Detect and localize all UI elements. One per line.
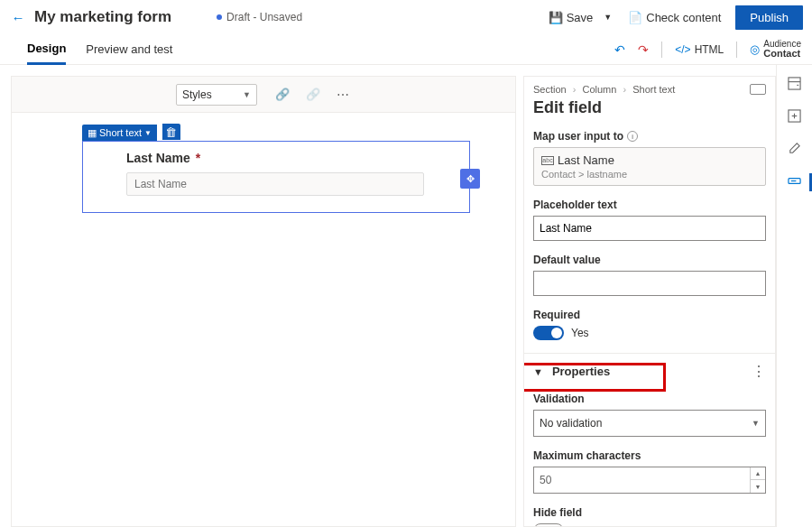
input-icon: ▦ — [88, 127, 97, 139]
placeholder-input[interactable] — [533, 216, 766, 241]
page-title: My marketing form — [34, 8, 171, 26]
responsive-icon[interactable] — [750, 84, 766, 95]
selected-field[interactable]: Last Name * ✥ — [82, 141, 470, 213]
field-icon: abc — [541, 156, 554, 165]
save-label: Save — [567, 11, 594, 24]
design-canvas[interactable]: Styles ▼ 🔗 🔗 ⋯ ▦ Short text ▼ 🗑 — [11, 76, 516, 527]
html-label: HTML — [695, 43, 724, 56]
chevron-down-icon: ▼ — [752, 419, 760, 428]
validation-label: Validation — [533, 393, 766, 405]
map-path: Contact > lastname — [541, 169, 758, 180]
field-props-icon[interactable] — [788, 173, 802, 188]
chevron-down-icon: ▼ — [533, 366, 543, 377]
svg-rect-0 — [789, 77, 800, 88]
hide-label: Hide field — [533, 506, 766, 519]
default-value-input[interactable] — [533, 271, 766, 296]
code-icon: </> — [675, 43, 690, 56]
crumb-section[interactable]: Section — [533, 84, 567, 95]
save-icon: 💾 — [549, 11, 563, 24]
chevron-right-icon: › — [623, 84, 626, 95]
step-down-icon[interactable]: ▼ — [751, 480, 765, 493]
divider — [736, 42, 737, 58]
delete-field-button[interactable]: 🗑 — [162, 124, 180, 140]
link-icon[interactable]: 🔗 — [275, 88, 288, 101]
publish-button[interactable]: Publish — [735, 5, 803, 30]
map-label-text: Map user input to — [533, 130, 623, 143]
properties-label: Properties — [552, 365, 610, 378]
status-text: Draft - Unsaved — [226, 11, 302, 23]
field-text-input[interactable] — [126, 172, 424, 196]
crumb-shorttext[interactable]: Short text — [632, 84, 675, 95]
trash-icon: 🗑 — [165, 125, 177, 139]
field-label-text: Last Name — [126, 151, 190, 165]
step-up-icon[interactable]: ▲ — [751, 467, 765, 480]
tool-rail — [776, 65, 812, 527]
save-menu-chevron-icon[interactable]: ▼ — [598, 13, 617, 22]
html-button[interactable]: </> HTML — [675, 43, 724, 56]
back-icon[interactable]: ← — [9, 10, 27, 25]
crumb-column[interactable]: Column — [583, 84, 617, 95]
drag-handle-icon[interactable]: ✥ — [460, 169, 480, 189]
tab-design[interactable]: Design — [27, 34, 66, 65]
more-icon[interactable]: ⋮ — [752, 363, 766, 380]
target-icon: ◎ — [750, 43, 760, 55]
map-value: Last Name — [558, 153, 614, 167]
properties-pane: Section › Column › Short text Edit field… — [523, 76, 776, 527]
check-content-button[interactable]: 📄 Check content — [623, 11, 726, 24]
redo-icon[interactable]: ↷ — [638, 42, 649, 57]
save-button[interactable]: 💾 Save — [543, 11, 599, 24]
settings-icon[interactable] — [788, 141, 802, 155]
status-dot-icon — [217, 14, 222, 20]
add-element-icon[interactable] — [788, 108, 802, 123]
audience-button[interactable]: ◎ Audience Contact — [750, 40, 801, 59]
undo-icon[interactable]: ↶ — [614, 42, 625, 57]
more-icon[interactable]: ⋯ — [337, 88, 349, 102]
status-badge: Draft - Unsaved — [217, 11, 302, 23]
validation-select[interactable]: No validation ▼ — [533, 410, 766, 437]
validation-value: No validation — [540, 417, 602, 430]
audience-value: Contact — [763, 49, 800, 59]
placeholder-label: Placeholder text — [533, 199, 766, 211]
map-label: Map user input to i — [533, 130, 766, 143]
chevron-down-icon: ▼ — [144, 129, 152, 137]
unlink-icon: 🔗 — [306, 88, 318, 101]
elements-icon[interactable] — [788, 76, 802, 90]
breadcrumb[interactable]: Section › Column › Short text — [533, 84, 675, 95]
map-field-button[interactable]: abc Last Name Contact > lastname — [533, 147, 766, 186]
chevron-down-icon: ▼ — [243, 90, 251, 99]
required-label: Required — [533, 309, 766, 321]
styles-dropdown[interactable]: Styles ▼ — [176, 84, 257, 106]
info-icon[interactable]: i — [627, 131, 638, 142]
field-label: Last Name * — [126, 151, 460, 165]
styles-label: Styles — [182, 88, 212, 101]
default-label: Default value — [533, 254, 766, 266]
selection-tag[interactable]: ▦ Short text ▼ — [82, 125, 157, 141]
check-label: Check content — [646, 11, 721, 24]
required-toggle[interactable] — [533, 326, 564, 340]
document-icon: 📄 — [628, 11, 642, 24]
required-value: Yes — [571, 327, 589, 339]
tab-preview[interactable]: Preview and test — [86, 35, 172, 63]
chevron-right-icon: › — [573, 84, 577, 95]
selection-tag-label: Short text — [99, 127, 142, 138]
hide-toggle[interactable] — [533, 523, 564, 527]
maxchar-stepper[interactable]: ▲ ▼ — [533, 467, 766, 494]
required-asterisk: * — [196, 151, 200, 165]
properties-header[interactable]: ▼ Properties ⋮ — [524, 353, 775, 384]
divider — [661, 42, 662, 58]
maxchar-label: Maximum characters — [533, 449, 766, 462]
pane-heading: Edit field — [533, 98, 766, 117]
maxchar-input[interactable] — [534, 474, 750, 486]
